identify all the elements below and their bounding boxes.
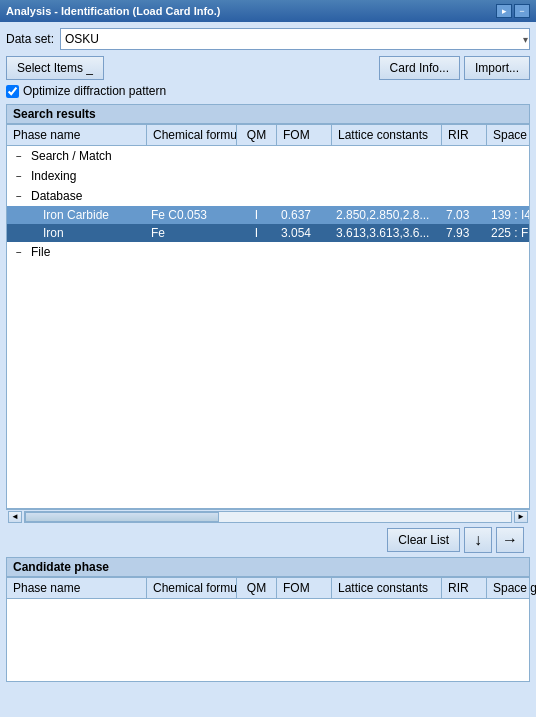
collapse-icon: − xyxy=(11,151,27,162)
dataset-row: Data set: OSKU ▾ xyxy=(6,28,530,50)
space-iron: 225 : Fm-3m xyxy=(487,225,529,241)
expand-icon-database: − xyxy=(11,191,27,202)
phase-name-iron: Iron xyxy=(7,225,147,241)
select-items-button[interactable]: Select Items _ xyxy=(6,56,104,80)
chem-formula-iron-carbide: Fe C0.053 xyxy=(147,207,237,223)
toolbar-right: Card Info... Import... xyxy=(379,56,530,80)
dataset-select-wrapper: OSKU ▾ xyxy=(60,28,530,50)
move-down-button[interactable]: ↓ xyxy=(464,527,492,553)
col-header-qm: QM xyxy=(237,125,277,145)
optimize-checkbox[interactable] xyxy=(6,85,19,98)
rir-iron-carbide: 7.03 xyxy=(442,207,487,223)
minimize-button[interactable]: − xyxy=(514,4,530,18)
cand-col-header-rir: RIR xyxy=(442,578,487,598)
import-button[interactable]: Import... xyxy=(464,56,530,80)
cand-col-header-space: Space grou xyxy=(487,578,536,598)
search-results-header: Search results xyxy=(6,104,530,124)
candidate-table-body xyxy=(7,599,529,678)
horizontal-scrollbar[interactable]: ◄ ► xyxy=(6,509,530,523)
tree-node-database[interactable]: − Database xyxy=(7,186,529,206)
window-controls: ▸ − xyxy=(496,4,530,18)
rir-iron: 7.93 xyxy=(442,225,487,241)
clear-list-button[interactable]: Clear List xyxy=(387,528,460,552)
col-header-phase: Phase name xyxy=(7,125,147,145)
tree-label-file: File xyxy=(27,244,54,260)
col-header-lattice: Lattice constants xyxy=(332,125,442,145)
cand-col-header-chem: Chemical formula xyxy=(147,578,237,598)
optimize-checkbox-row: Optimize diffraction pattern xyxy=(6,84,530,98)
qm-iron-carbide: I xyxy=(237,207,277,223)
col-header-chem: Chemical formula xyxy=(147,125,237,145)
card-info-button[interactable]: Card Info... xyxy=(379,56,460,80)
scroll-left-button[interactable]: ◄ xyxy=(8,511,22,523)
table-row[interactable]: Iron Carbide Fe C0.053 I 0.637 2.850,2.8… xyxy=(7,206,529,224)
scroll-track[interactable] xyxy=(24,511,512,523)
cand-col-header-lattice: Lattice constants xyxy=(332,578,442,598)
scroll-right-button[interactable]: ► xyxy=(514,511,528,523)
fom-iron-carbide: 0.637 xyxy=(277,207,332,223)
col-header-space: Space grou xyxy=(487,125,530,145)
optimize-label: Optimize diffraction pattern xyxy=(23,84,166,98)
qm-iron: I xyxy=(237,225,277,241)
fom-iron: 3.054 xyxy=(277,225,332,241)
cand-col-header-phase: Phase name xyxy=(7,578,147,598)
space-iron-carbide: 139 : I4/mm xyxy=(487,207,529,223)
table-header: Phase name Chemical formula QM FOM Latti… xyxy=(7,125,529,146)
tree-label-database: Database xyxy=(27,188,86,204)
chem-formula-iron: Fe xyxy=(147,225,237,241)
candidate-table: Phase name Chemical formula QM FOM Latti… xyxy=(6,577,530,682)
col-header-rir: RIR xyxy=(442,125,487,145)
lattice-iron-carbide: 2.850,2.850,2.8... xyxy=(332,207,442,223)
title-bar: Analysis - Identification (Load Card Inf… xyxy=(0,0,536,22)
table-row[interactable]: Iron Fe I 3.054 3.613,3.613,3.6... 7.93 … xyxy=(7,224,529,242)
tree-label-indexing: Indexing xyxy=(27,168,80,184)
tree-node-search-match[interactable]: − Search / Match xyxy=(7,146,529,166)
phase-name-iron-carbide: Iron Carbide xyxy=(7,207,147,223)
tree-label-search-match: Search / Match xyxy=(27,148,116,164)
bottom-toolbar: Clear List ↓ → xyxy=(6,523,530,557)
main-content: Data set: OSKU ▾ Select Items _ Card Inf… xyxy=(0,22,536,688)
tree-node-file[interactable]: − File xyxy=(7,242,529,262)
lattice-iron: 3.613,3.613,3.6... xyxy=(332,225,442,241)
pin-button[interactable]: ▸ xyxy=(496,4,512,18)
candidate-table-header: Phase name Chemical formula QM FOM Latti… xyxy=(7,578,529,599)
candidate-phase-header: Candidate phase xyxy=(6,557,530,577)
cand-col-header-fom: FOM xyxy=(277,578,332,598)
toolbar-row: Select Items _ Card Info... Import... xyxy=(6,56,530,80)
tree-node-indexing[interactable]: − Indexing xyxy=(7,166,529,186)
cand-col-header-qm: QM xyxy=(237,578,277,598)
dataset-label: Data set: xyxy=(6,32,54,46)
table-body: − Search / Match − Indexing − Database I… xyxy=(7,146,529,505)
search-results-table: Phase name Chemical formula QM FOM Latti… xyxy=(6,124,530,509)
col-header-fom: FOM xyxy=(277,125,332,145)
collapse-icon-file: − xyxy=(11,247,27,258)
window-title: Analysis - Identification (Load Card Inf… xyxy=(6,5,221,17)
move-right-button[interactable]: → xyxy=(496,527,524,553)
scroll-thumb[interactable] xyxy=(25,512,219,522)
candidate-section: Candidate phase Phase name Chemical form… xyxy=(6,557,530,682)
dataset-select[interactable]: OSKU xyxy=(60,28,530,50)
collapse-icon-2: − xyxy=(11,171,27,182)
